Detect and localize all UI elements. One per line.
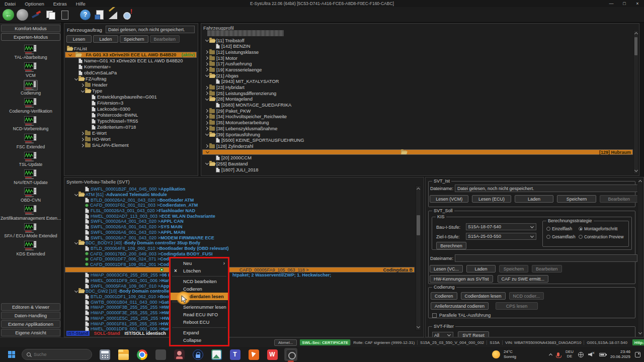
expand-arrow-icon[interactable] [204, 92, 209, 95]
menu-datei[interactable]: Datei [0, 1, 20, 7]
expand-arrow-icon[interactable] [73, 78, 78, 80]
expand-arrow-icon[interactable] [204, 68, 209, 71]
profile-tree-row[interactable]: [12] Leistungsklasse [202, 49, 633, 55]
fa-tree-row[interactable]: FA G01 X3 xDrive20i ECE LL AWD B48B20(ak… [65, 52, 197, 58]
menu-extras[interactable]: Extras [49, 1, 71, 7]
help-icon[interactable] [79, 9, 91, 21]
scroll-up-icon[interactable] [416, 186, 421, 191]
expand-arrow-icon[interactable] [204, 134, 209, 135]
berechnen-button[interactable]: Berechnen [436, 242, 466, 249]
fa-button-speichern[interactable]: Speichern [120, 35, 148, 43]
expand-arrow-icon[interactable] [73, 291, 78, 292]
taskbar-app-teams[interactable] [228, 348, 242, 361]
fa-button-laden[interactable]: Laden [93, 35, 118, 43]
ist-dateiname-input[interactable] [455, 185, 638, 192]
view-button-daten-handling[interactable]: Daten-Handling [1, 312, 60, 319]
expand-arrow-icon[interactable] [204, 110, 209, 112]
svtsoll-button-bearbeiten[interactable]: Bearbeiten [532, 265, 562, 273]
taskbar-app-photos[interactable] [210, 348, 223, 361]
expand-arrow-icon[interactable] [204, 163, 209, 164]
svt-tree-row[interactable]: CAFD_00001DF7_006_024_071 > Codingdata B [65, 256, 415, 262]
context-item-reboot-ecu[interactable]: Reboot ECU [171, 318, 228, 326]
svt-tree-row[interactable]: CAFD_00001F61_001_021_003 > Codierdaten_… [65, 203, 415, 208]
svtsoll-button-speichern[interactable]: Speichern [499, 265, 528, 273]
svt-tree-row[interactable]: HWAP_00000F3B_255_255_255 > HW_OPTION [65, 305, 415, 310]
fa-tree-row[interactable]: Name=G01 X3 xDrive20i ECE LL AWD B48B20 [65, 58, 197, 64]
ziel-i-stufe-select[interactable]: S15A-25-03-550 [466, 233, 536, 240]
svt-tree-row[interactable]: SWFL_000026A4_001_043_020 > APPL CAN [65, 219, 415, 224]
menu-optionen[interactable]: Optionen [20, 1, 49, 7]
taskbar-app-esys[interactable] [284, 348, 297, 361]
sidebar-item-sfa-ecu-mode-extended[interactable]: SFA / ECU-Mode Extended [4, 223, 57, 238]
svt-filter-select[interactable]: All [432, 332, 453, 338]
fa-tree-row[interactable]: SALAPA-Element [65, 142, 197, 148]
new-document-icon[interactable] [59, 9, 70, 21]
svtsoll-button-hw-kennungen-aus-svtist[interactable]: HW-Kennungen aus SVTist [430, 275, 493, 283]
read-data-icon[interactable] [94, 9, 105, 21]
expand-arrow-icon[interactable] [204, 51, 209, 53]
svt-tree-row[interactable]: HWEL_00002AD7_113_003_003 > ECE WLAN Dac… [65, 213, 415, 219]
svtsoll-button-lesen-vc[interactable]: Lesen (VC... [430, 265, 463, 273]
svt-tree-row[interactable]: HWAP_00001E5C_255_255_255 > HW_OPTION [65, 316, 415, 321]
search-fault-icon[interactable] [122, 9, 133, 21]
right-panel-scrollbar[interactable] [637, 178, 643, 336]
codierung-button-ncd-codier[interactable]: NCD codier... [509, 292, 544, 300]
fa-tree-row[interactable]: obdCvnSaLaPa [65, 70, 197, 76]
context-item-codieren[interactable]: Codieren [171, 285, 228, 293]
view-button-externe-applikationen[interactable]: Externe Applikationen [1, 320, 60, 328]
svt-tree-row[interactable]: BDC_BODY2 [40] - Body Domain controller … [65, 240, 415, 246]
profile-scrollbar[interactable] [633, 30, 638, 174]
mode-button-komfort-modus[interactable]: Komfort-Modus [1, 25, 60, 32]
radio-gesamtflash[interactable]: Gesamtflash [546, 234, 579, 239]
fa-tree-row[interactable]: FZAuftrag [65, 76, 197, 82]
profile-tree-row[interactable]: [34] Hochvoltspeicher_Reichweite [202, 114, 633, 120]
expand-arrow-icon[interactable] [204, 40, 209, 41]
codierung-button-cps-lesen[interactable]: CPS lesen [496, 302, 538, 310]
profile-tree-row[interactable]: [255] Baustand [202, 161, 633, 167]
svt-tree-row[interactable]: SWFL_000026A5_001_043_020 > SYS MAIN [65, 224, 415, 230]
profile-tree-row[interactable]: [19] Karosserielaenge [202, 67, 633, 73]
svt-tree-row[interactable]: SWFL_00005FA8_109_067_010 > Application … [65, 283, 415, 289]
scroll-down-icon[interactable] [416, 325, 421, 330]
svt-tree-row[interactable]: FLSL_000026A3_001_043_020 > Flashloader … [65, 208, 415, 214]
fa-button-bearbeiten[interactable]: Bearbeiten [150, 35, 180, 43]
fa-tree-row[interactable]: E-Wort [65, 130, 197, 136]
expand-arrow-icon[interactable] [80, 144, 85, 147]
profile-tree-row[interactable]: [128] Zylinderzahl [202, 143, 633, 149]
scroll-thumb[interactable] [634, 37, 637, 55]
profile-tree-row[interactable]: [35] Motorueberarbeitung [202, 120, 633, 126]
profile-tree-row[interactable]: [11] Treibstoff [202, 38, 633, 44]
mode-button-experten-modus[interactable]: Experten-Modus [1, 33, 60, 41]
svt-tree-row[interactable]: CAFD_00005FA9_105_063_118 > Codingdata B [65, 267, 415, 273]
fa-tree-row[interactable]: HO-Wort [65, 136, 197, 142]
search-input[interactable] [34, 352, 82, 357]
fa-button-lesen[interactable]: Lesen [66, 35, 92, 43]
profile-tree-row[interactable]: [21] Abgas [202, 73, 633, 79]
context-item-expand[interactable]: Expand [171, 329, 228, 336]
expand-arrow-icon[interactable] [204, 127, 209, 130]
expand-arrow-icon[interactable] [205, 151, 210, 153]
svt-tree-row[interactable]: HWAP_00003CF6_255_255_255 > 06 LIN/J; NS… [65, 273, 415, 278]
measure-icon[interactable] [108, 9, 119, 21]
context-item-l-schen[interactable]: ×Löschen [171, 267, 228, 275]
parallel-tal-checkbox[interactable]: Parallele TAL-Ausführung [432, 313, 491, 318]
notification-icon[interactable] [635, 352, 640, 357]
expand-arrow-icon[interactable] [204, 75, 209, 76]
fa-tree-row[interactable]: FAVersion=3 [65, 100, 197, 106]
sidebar-item-codierung[interactable]: Codierung [21, 80, 41, 96]
expand-arrow-icon[interactable] [204, 122, 209, 124]
taskbar-app-wps-office[interactable] [266, 348, 279, 361]
speaker-muted-icon[interactable] [588, 352, 595, 357]
profile-tree-row[interactable]: [20] 2000CCM [202, 155, 633, 161]
svt-tree-row[interactable]: BTLD_000026A2_001_043_020 > Bootloader A… [65, 197, 415, 203]
svt-tree-row[interactable]: BDC_GW2 [10] - Body Domain controller 35… [65, 289, 415, 294]
svtsoll-button-caf-zu-swe-ermitt[interactable]: CAF zu SWE ermitt... [498, 275, 549, 283]
bau-i-stufe-select[interactable]: S15A-18-07-540 [466, 223, 536, 230]
expand-arrow-icon[interactable] [204, 86, 209, 89]
profile-tree-row[interactable]: [28] Montageland [202, 97, 633, 103]
fa-tree-row[interactable]: Polstercode=BWNL [65, 112, 197, 118]
profile-tree-row[interactable]: [29] Paket_PKW [202, 108, 633, 114]
scroll-down-icon[interactable] [634, 168, 638, 173]
radio-construction-preview[interactable]: Construction Preview [579, 234, 626, 239]
scroll-thumb[interactable] [417, 215, 420, 235]
